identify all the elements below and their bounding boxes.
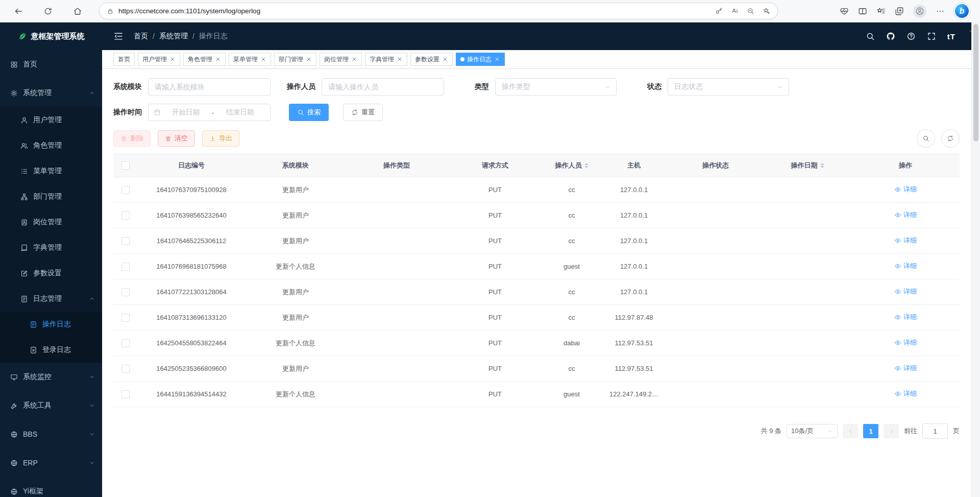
tab-dictionary-management[interactable]: 字典管理 [365,53,407,66]
operator-input[interactable] [322,78,444,96]
browser-home-button[interactable] [69,3,86,19]
sort-caret-icon[interactable] [584,161,589,170]
browser-essentials-icon[interactable] [840,7,849,16]
tab-close-icon[interactable] [442,56,448,62]
url-text[interactable]: https://ccnetcore.com:1101/system/log/op… [118,7,715,15]
pagination-goto-input[interactable] [922,423,948,439]
export-button[interactable]: 导出 [202,130,239,147]
zoom-out-icon[interactable] [747,7,754,15]
add-favorite-icon[interactable] [763,7,770,15]
sidebar-item-system-tools[interactable]: 系统工具 [0,391,102,420]
header-fullscreen-button[interactable] [927,32,936,41]
sidebar-item-menu-management[interactable]: 菜单管理 [0,158,102,184]
sidebar-item-yi-framework[interactable]: Yi框架 [0,477,102,497]
tab-parameter-settings[interactable]: 参数设置 [410,53,453,66]
sidebar-item-system-monitor[interactable]: 系统监控 [0,363,102,391]
sidebar-item-dictionary-management[interactable]: 字典管理 [0,235,102,261]
address-bar[interactable]: https://ccnetcore.com:1101/system/log/op… [99,3,778,19]
tab-close-icon[interactable] [260,56,266,62]
table-search-toggle-button[interactable] [917,129,935,148]
tab-close-icon[interactable] [306,56,312,62]
detail-link[interactable]: 详细 [894,287,917,296]
detail-link[interactable]: 详细 [894,210,917,220]
password-key-icon[interactable] [715,7,723,15]
search-button[interactable]: 搜索 [289,104,329,121]
tab-close-icon[interactable] [169,56,176,62]
page-scrollbar[interactable] [971,22,980,497]
row-checkbox[interactable] [121,211,130,220]
reset-button[interactable]: 重置 [343,104,383,121]
detail-link[interactable]: 详细 [894,236,917,245]
sidebar-item-log-management[interactable]: 日志管理 [0,286,102,312]
favorites-icon[interactable] [876,7,886,16]
pagination-next-button[interactable] [884,424,899,438]
breadcrumb-home[interactable]: 首页 [134,32,148,41]
row-checkbox[interactable] [121,314,130,322]
sidebar-item-post-management[interactable]: 岗位管理 [0,209,102,235]
tab-operation-log[interactable]: 操作日志 [456,53,505,66]
sidebar-item-operation-log[interactable]: 操作日志 [0,312,102,337]
tab-close-icon[interactable] [215,56,221,62]
col-operator[interactable]: 操作人员 [543,154,600,177]
browser-menu-icon[interactable] [936,7,945,16]
row-checkbox[interactable] [121,339,130,347]
bing-icon[interactable]: b [954,3,970,19]
delete-button[interactable]: 删除 [113,130,151,147]
sidebar-item-system-management[interactable]: 系统管理 [0,79,102,107]
tab-role-management[interactable]: 角色管理 [183,53,226,66]
clear-button[interactable]: 清空 [158,130,195,147]
header-help-button[interactable] [906,32,916,41]
browser-refresh-button[interactable] [40,3,56,19]
date-range-picker[interactable]: 开始日期 - 结束日期 [148,104,271,121]
pagination-page-button[interactable]: 1 [863,424,878,438]
sidebar-item-erp[interactable]: ERP [0,448,102,477]
detail-link[interactable]: 详细 [894,389,917,398]
tab-close-icon[interactable] [494,56,500,62]
sort-caret-icon[interactable] [820,161,824,170]
tab-menu-management[interactable]: 菜单管理 [229,53,271,66]
breadcrumb-system[interactable]: 系统管理 [159,32,188,41]
table-refresh-button[interactable] [941,129,960,148]
read-aloud-icon[interactable] [731,7,739,15]
tab-user-management[interactable]: 用户管理 [138,53,180,66]
scrollbar-thumb[interactable] [973,24,978,141]
tab-post-management[interactable]: 岗位管理 [320,53,362,66]
sidebar-item-login-log[interactable]: 登录日志 [0,337,102,363]
detail-link[interactable]: 详细 [894,185,917,194]
tab-close-icon[interactable] [397,56,403,62]
row-checkbox[interactable] [121,390,130,398]
page-size-select[interactable]: 10条/页 [787,424,838,438]
detail-link[interactable]: 详细 [894,262,917,271]
type-select[interactable]: 操作类型 [495,78,617,96]
tab-home[interactable]: 首页 [113,53,135,66]
status-select[interactable]: 日志状态 [668,78,789,96]
sidebar-item-parameter-settings[interactable]: 参数设置 [0,261,102,286]
sidebar-item-user-management[interactable]: 用户管理 [0,107,102,133]
tab-department-management[interactable]: 部门管理 [274,53,316,66]
split-screen-icon[interactable] [858,7,867,16]
tab-close-icon[interactable] [351,56,357,62]
header-search-button[interactable] [866,32,875,41]
row-checkbox[interactable] [121,365,130,373]
browser-back-button[interactable] [10,3,27,19]
col-date[interactable]: 操作日期 [764,154,851,177]
sidebar-item-bbs[interactable]: BBS [0,420,102,448]
row-checkbox[interactable] [121,288,130,296]
detail-link[interactable]: 详细 [894,364,917,373]
sidebar-fold-button[interactable] [113,31,124,41]
pagination-prev-button[interactable] [843,424,858,438]
detail-link[interactable]: 详细 [894,338,917,347]
header-font-size-button[interactable]: tT [947,32,955,41]
module-input[interactable] [148,78,271,96]
header-github-button[interactable] [886,32,895,41]
select-all-checkbox[interactable] [121,161,130,170]
collections-icon[interactable] [895,7,904,16]
row-checkbox[interactable] [121,263,130,271]
detail-link[interactable]: 详细 [894,313,917,322]
sidebar-item-role-management[interactable]: 角色管理 [0,133,102,158]
row-checkbox[interactable] [121,186,130,194]
browser-profile-avatar[interactable] [913,5,926,18]
sidebar-item-home[interactable]: 首页 [0,50,102,79]
sidebar-item-department-management[interactable]: 部门管理 [0,184,102,209]
row-checkbox[interactable] [121,237,130,245]
